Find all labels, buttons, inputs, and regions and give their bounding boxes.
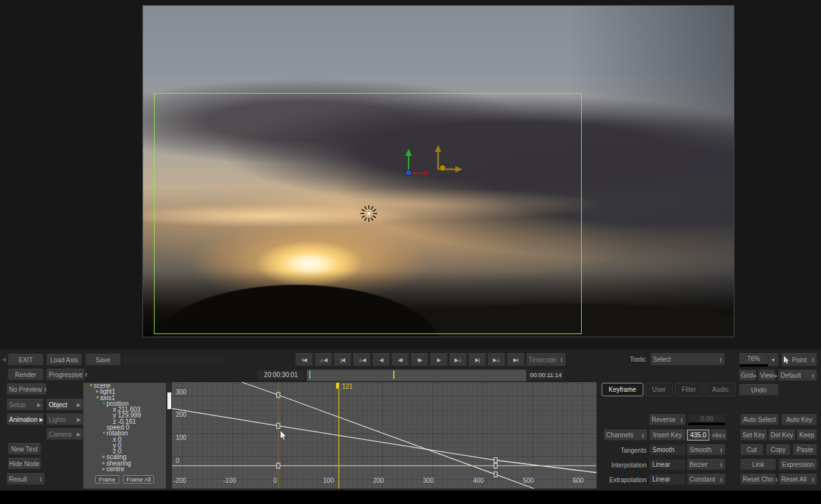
- centre-crosshair-icon[interactable]: [357, 202, 380, 225]
- next-keyframe-b-button[interactable]: ▶⊥: [487, 353, 505, 366]
- curve-editor[interactable]: 121-200-10001002003004005006000100200300: [172, 382, 597, 489]
- go-to-start-button[interactable]: ‖◀: [295, 353, 313, 366]
- save-button[interactable]: Save: [85, 354, 121, 365]
- channel-item-light1[interactable]: ▶light1: [83, 389, 166, 394]
- camera-menu-button[interactable]: Camera ▶: [46, 428, 83, 440]
- keyframe-position-y[interactable]: [276, 423, 280, 428]
- expanded-triangle-icon[interactable]: ▼: [89, 383, 94, 389]
- cut-button[interactable]: Cut: [740, 444, 763, 455]
- next-keyframe-a-button[interactable]: ▶⊥: [449, 353, 467, 366]
- channel-item-centre[interactable]: ▶centre: [83, 466, 166, 472]
- curve-plot[interactable]: 121-200-10001002003004005006000100200300: [172, 382, 597, 489]
- curve-position-y[interactable]: [172, 408, 597, 473]
- keyframe-position-z[interactable]: [494, 463, 497, 468]
- keyframe-position-x[interactable]: [276, 392, 280, 398]
- axis-widget-axis1[interactable]: [435, 145, 462, 172]
- prev-keyframe-b-button[interactable]: ⊥◀: [353, 353, 371, 366]
- scrollbar-thumb[interactable]: [167, 392, 171, 409]
- zoom-level-control[interactable]: 76% ▼: [739, 353, 779, 366]
- stepper-icon[interactable]: ▲▼: [719, 357, 722, 362]
- step-forward-button[interactable]: ‖▶: [410, 353, 428, 366]
- channel-item-shearing[interactable]: ▶shearing: [83, 460, 166, 466]
- stepper-icon[interactable]: ▲▼: [811, 477, 815, 482]
- play-reverse-button[interactable]: ◀: [372, 353, 390, 366]
- load-axis-button[interactable]: Load Axis: [46, 354, 82, 365]
- del-key-button[interactable]: Del Key: [768, 430, 795, 441]
- reset-all-dropdown[interactable]: Reset All ▲▼: [779, 474, 817, 485]
- zoom-dropdown-arrow-icon[interactable]: ▼: [768, 354, 778, 365]
- auto-key-button[interactable]: Auto Key: [781, 414, 817, 425]
- zoom-level-value[interactable]: 76%: [740, 353, 768, 367]
- next-bracket-button[interactable]: ▶]: [468, 353, 486, 366]
- tab-user[interactable]: User: [645, 383, 673, 396]
- point-mode-dropdown[interactable]: Point ▲▼: [781, 353, 817, 366]
- stepper-icon[interactable]: ▲▼: [720, 462, 723, 467]
- prev-bracket-button[interactable]: [◀: [334, 353, 351, 366]
- insert-key-button[interactable]: Insert Key: [649, 430, 686, 441]
- channels-dropdown[interactable]: Channels ▲▼: [604, 430, 647, 441]
- channel-item-x[interactable]: x 0: [83, 437, 166, 442]
- setup-menu-button[interactable]: Setup ▶: [6, 399, 44, 410]
- grid-menu-button[interactable]: Grid ▶: [739, 370, 756, 381]
- reset-chn-dropdown[interactable]: Reset Chn ▲▼: [740, 474, 776, 485]
- curve-vertical-scrollbar[interactable]: [167, 383, 172, 489]
- render-button[interactable]: Render: [8, 369, 44, 380]
- channel-item-scene[interactable]: ▼scene: [83, 383, 166, 389]
- curve-playhead-marker[interactable]: [336, 383, 339, 389]
- progressive-dropdown[interactable]: Progressive ▲▼: [46, 369, 85, 380]
- timeline-bar[interactable]: [307, 369, 527, 382]
- view-preset-dropdown[interactable]: Default ▲▼: [778, 370, 817, 381]
- axis-widget-light[interactable]: [405, 149, 430, 176]
- keyframe-position-x[interactable]: [494, 472, 497, 477]
- frame-all-button[interactable]: Frame All: [123, 475, 154, 483]
- keep-button[interactable]: Keep: [797, 430, 817, 441]
- panel-collapse-icon[interactable]: ◀: [0, 357, 6, 362]
- link-button[interactable]: Link: [740, 459, 776, 470]
- tangent-out-dropdown[interactable]: Smooth ▲▼: [687, 444, 725, 455]
- undo-button[interactable]: Undo: [739, 384, 779, 396]
- expanded-triangle-icon[interactable]: ▼: [101, 430, 106, 437]
- tab-filter[interactable]: Filter: [675, 383, 703, 396]
- set-key-button[interactable]: Set Key: [740, 430, 767, 441]
- collapsed-triangle-icon[interactable]: ▶: [101, 460, 106, 467]
- new-text-button[interactable]: New Text: [8, 443, 41, 455]
- timeline-start-marker[interactable]: [309, 371, 310, 379]
- copy-button[interactable]: Copy: [766, 444, 790, 455]
- expanded-triangle-icon[interactable]: ▼: [101, 401, 106, 407]
- channel-item-y[interactable]: y 0: [83, 442, 166, 448]
- hide-node-button[interactable]: Hide Node: [8, 458, 41, 469]
- exit-button[interactable]: EXIT: [8, 354, 44, 365]
- stepper-icon[interactable]: ▲▼: [723, 433, 726, 438]
- result-dropdown[interactable]: Result ▲▼: [6, 473, 45, 485]
- auto-select-button[interactable]: Auto Select: [740, 414, 779, 425]
- reverse-value-field[interactable]: 0.00: [688, 414, 725, 425]
- key-value-field[interactable]: 435.0: [687, 430, 709, 441]
- paste-button[interactable]: Paste: [793, 444, 817, 455]
- stepper-icon[interactable]: ▲▼: [775, 477, 778, 482]
- stepper-icon[interactable]: ▲▼: [560, 357, 563, 362]
- collapsed-triangle-icon[interactable]: ▶: [101, 454, 106, 460]
- no-preview-dropdown[interactable]: No Preview ▲▼: [6, 383, 46, 395]
- stepper-icon[interactable]: ▲▼: [720, 448, 723, 453]
- expression-button[interactable]: Expression: [779, 459, 817, 470]
- extrapolation-out-dropdown[interactable]: Constant ▲▼: [687, 474, 725, 485]
- timecode-mode-dropdown[interactable]: Timecode ▲▼: [526, 353, 566, 366]
- collapsed-triangle-icon[interactable]: ▶: [95, 389, 100, 395]
- stepper-icon[interactable]: ▲▼: [641, 433, 645, 438]
- go-to-end-button[interactable]: ▶‖: [507, 353, 525, 366]
- channel-item-rotation[interactable]: ▼rotation: [83, 430, 166, 436]
- stepper-icon[interactable]: ▲▼: [811, 357, 815, 362]
- axis-manipulators[interactable]: [382, 140, 471, 185]
- step-back-button[interactable]: ◀‖: [391, 353, 409, 366]
- play-forward-button[interactable]: ▶: [430, 353, 448, 366]
- stepper-icon[interactable]: ▲▼: [85, 372, 88, 377]
- stepper-icon[interactable]: ▲▼: [811, 373, 815, 378]
- object-menu-button[interactable]: Object ▶: [46, 399, 83, 410]
- stepper-icon[interactable]: ▲▼: [720, 477, 723, 482]
- view-menu-button[interactable]: View ▶: [758, 370, 775, 381]
- tab-keyframe[interactable]: Keyframe: [602, 383, 643, 396]
- timeline-playhead[interactable]: [393, 371, 394, 379]
- keyframe-position-y[interactable]: [494, 458, 497, 463]
- reverse-dropdown[interactable]: Reverse ▲▼: [649, 414, 686, 425]
- animation-menu-button[interactable]: Animation ▶: [6, 414, 44, 425]
